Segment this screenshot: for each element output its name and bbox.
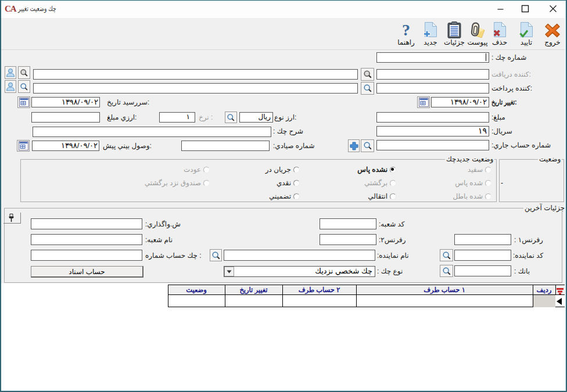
svg-text:?: ? bbox=[402, 21, 410, 39]
